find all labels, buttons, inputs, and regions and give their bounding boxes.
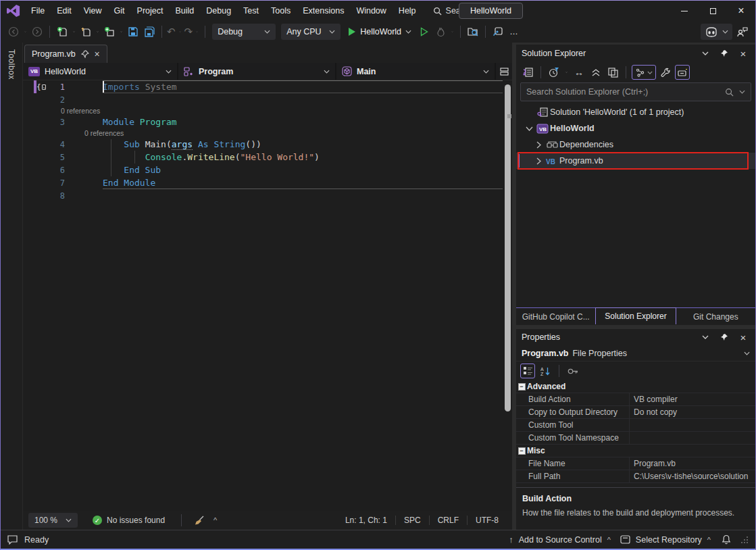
start-without-debugging-button[interactable] <box>417 24 432 40</box>
tree-chevron-right-icon[interactable] <box>532 157 545 165</box>
menu-item-edit[interactable]: Edit <box>51 1 78 21</box>
send-feedback-button[interactable] <box>735 24 750 40</box>
menu-item-tools[interactable]: Tools <box>265 1 297 21</box>
new-project-button[interactable] <box>55 24 70 40</box>
undo-icon[interactable]: ↶ <box>167 26 176 38</box>
add-item-chevron-icon[interactable] <box>118 30 124 34</box>
notifications-bell-icon[interactable] <box>722 534 731 545</box>
properties-header[interactable]: Properties × <box>516 329 755 345</box>
collapse-all-button[interactable] <box>588 65 603 80</box>
tree-item-program-vb[interactable]: VBProgram.vb <box>516 153 755 169</box>
copilot-button[interactable] <box>701 24 732 40</box>
code-line-1[interactable]: {↘1Imports System <box>23 80 512 93</box>
menu-item-project[interactable]: Project <box>131 1 170 21</box>
code-line-5[interactable]: 5 Console.WriteLine("Hello World!") <box>23 151 512 164</box>
hot-reload-button[interactable] <box>433 24 448 40</box>
property-value[interactable]: C:\Users\v-tishe\source\solution <box>630 472 755 481</box>
tree-item-dependencies[interactable]: Dependencies <box>516 136 755 153</box>
show-all-files-button[interactable] <box>605 65 620 80</box>
panel-close-icon[interactable]: × <box>736 47 750 59</box>
navigate-forward-button[interactable] <box>30 24 45 40</box>
panel-tab-git-changes[interactable]: Git Changes <box>676 308 755 325</box>
solution-platform-dropdown[interactable]: Any CPU <box>281 24 341 40</box>
menu-item-git[interactable]: Git <box>108 1 131 21</box>
split-window-button[interactable] <box>496 63 512 80</box>
preview-selected-items-button[interactable] <box>675 65 690 80</box>
panel-tab-solution-explorer[interactable]: Solution Explorer <box>595 307 676 324</box>
solution-explorer-search[interactable]: Search Solution Explorer (Ctrl+;) <box>520 82 751 101</box>
property-row[interactable]: Custom Tool Namespace <box>516 432 755 445</box>
solution-configuration-dropdown[interactable]: Debug <box>212 24 276 40</box>
menu-item-window[interactable]: Window <box>350 1 392 21</box>
navigate-back-button[interactable] <box>6 24 21 40</box>
new-project-chevron-icon[interactable] <box>71 30 77 34</box>
issues-indicator[interactable]: ✓ No issues found <box>93 516 165 525</box>
repository-chevron-icon[interactable]: ^ <box>707 536 711 544</box>
search-options-chevron-icon[interactable] <box>739 90 745 94</box>
categorized-view-button[interactable] <box>520 364 535 378</box>
add-to-source-control-button[interactable]: Add to Source Control <box>519 535 602 545</box>
tree-chevron-right-icon[interactable] <box>532 141 545 149</box>
menu-item-view[interactable]: View <box>78 1 108 21</box>
scrollbar-thumb[interactable] <box>505 84 511 411</box>
spaces-indicator[interactable]: SPC <box>395 516 429 525</box>
feedback-icon[interactable] <box>7 535 19 545</box>
line-col-indicator[interactable]: Ln: 1, Ch: 1 <box>337 516 395 525</box>
pin-icon[interactable] <box>717 331 731 343</box>
copilot-chevron-icon[interactable] <box>722 30 728 34</box>
pin-icon[interactable] <box>717 47 731 59</box>
find-in-files-button[interactable] <box>465 24 480 40</box>
code-cleanup-button[interactable] <box>192 512 207 528</box>
open-file-chevron-icon[interactable] <box>95 30 101 34</box>
close-button[interactable]: × <box>727 1 755 21</box>
code-line-4[interactable]: 4 Sub Main(args As String()) <box>23 138 512 151</box>
nav-project-dropdown[interactable]: VB HelloWorld <box>23 63 177 80</box>
save-button[interactable] <box>126 24 141 40</box>
source-control-chevron-icon[interactable]: ^ <box>607 536 611 544</box>
redo-icon[interactable]: ↷ <box>184 26 193 38</box>
property-category-misc[interactable]: −Misc <box>516 445 755 457</box>
property-pages-button[interactable] <box>565 364 580 378</box>
code-line-2[interactable]: 2 <box>23 93 512 106</box>
switch-views-button[interactable] <box>520 65 535 80</box>
toolbox-tab[interactable]: Toolbox <box>7 49 16 80</box>
property-row[interactable]: Custom Tool <box>516 419 755 432</box>
line-ending-indicator[interactable]: CRLF <box>429 516 467 525</box>
nav-type-dropdown[interactable]: Program <box>178 63 335 80</box>
property-row[interactable]: Copy to Output DirectoryDo not copy <box>516 406 755 419</box>
maximize-button[interactable] <box>699 1 727 21</box>
pending-changes-filter-button[interactable] <box>547 65 561 80</box>
property-row[interactable]: Full PathC:\Users\v-tishe\source\solutio… <box>516 470 755 483</box>
property-category-advanced[interactable]: −Advanced <box>516 380 755 393</box>
panel-chevron-icon[interactable] <box>699 47 712 59</box>
menu-item-extensions[interactable]: Extensions <box>297 1 350 21</box>
open-file-button[interactable] <box>78 24 93 40</box>
pin-icon[interactable] <box>81 50 89 58</box>
editor-vertical-scrollbar[interactable] <box>503 80 512 511</box>
tree-item-solution-helloworld-1-of-1-project-[interactable]: Solution 'HelloWorld' (1 of 1 project) <box>516 104 755 120</box>
live-share-button[interactable] <box>490 24 505 40</box>
toolbar-overflow-button[interactable]: … <box>507 24 522 40</box>
collapse-toggle[interactable]: − <box>516 380 527 393</box>
tab-close-icon[interactable]: × <box>95 49 100 59</box>
hot-reload-chevron-icon[interactable] <box>449 30 455 34</box>
code-line-3[interactable]: 3Module Program <box>23 116 512 128</box>
file-nesting-button[interactable] <box>632 65 656 80</box>
redo-chevron-icon[interactable] <box>194 30 200 34</box>
property-row[interactable]: Build ActionVB compiler <box>516 393 755 406</box>
code-editor[interactable]: {↘1Imports System20 references3Module Pr… <box>23 80 512 511</box>
minimize-button[interactable] <box>670 1 699 21</box>
menu-item-test[interactable]: Test <box>237 1 265 21</box>
add-item-button[interactable] <box>102 24 117 40</box>
panel-close-icon[interactable]: × <box>736 331 750 343</box>
back-history-chevron-icon[interactable] <box>22 30 28 34</box>
collapse-toggle[interactable]: − <box>516 445 527 457</box>
property-value[interactable]: Do not copy <box>630 407 755 417</box>
menu-item-file[interactable]: File <box>25 1 51 21</box>
code-line-8[interactable]: 8 <box>23 189 512 202</box>
select-repository-button[interactable]: Select Repository <box>636 535 702 545</box>
property-row[interactable]: File NameProgram.vb <box>516 457 755 470</box>
panel-chevron-icon[interactable] <box>699 331 712 343</box>
properties-object-dropdown[interactable]: Program.vb File Properties <box>516 345 755 361</box>
panel-tab-github-copilot-c-[interactable]: GitHub Copilot C... <box>516 308 595 325</box>
